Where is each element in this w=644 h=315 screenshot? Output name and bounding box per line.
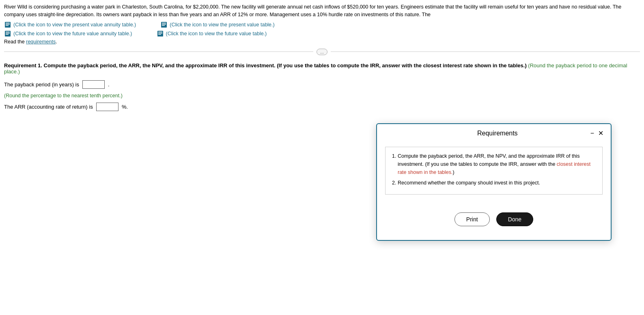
modal-overlay: Requirements − ✕ Compute the payback per… [0,0,644,118]
